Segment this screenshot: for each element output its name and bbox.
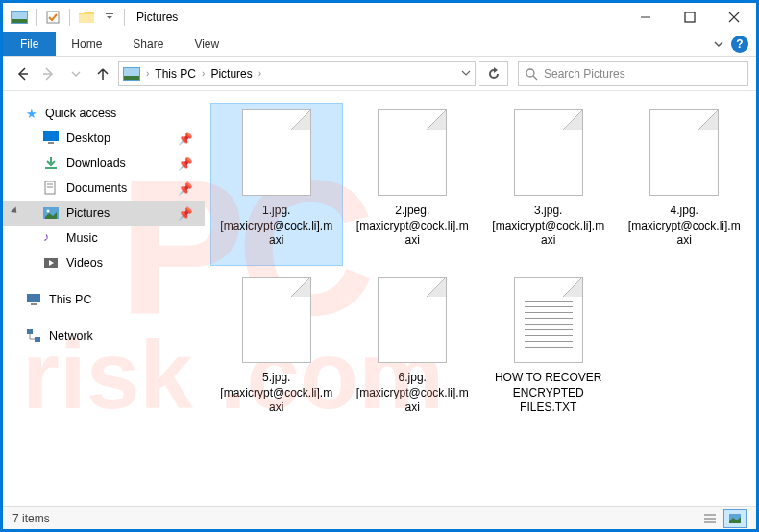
status-count: 7 items <box>12 512 50 525</box>
search-placeholder: Search Pictures <box>544 67 625 81</box>
sidebar-item-label: Videos <box>66 256 103 270</box>
svg-rect-2 <box>12 19 27 23</box>
address-bar[interactable]: › This PC › Pictures › <box>118 61 476 86</box>
refresh-button[interactable] <box>479 61 508 86</box>
file-label: 2.jpeg.[maxicrypt@cock.li].maxi <box>355 204 470 249</box>
sidebar-label: This PC <box>49 293 91 306</box>
sidebar-this-pc[interactable]: This PC <box>3 287 205 312</box>
network-icon <box>26 328 41 344</box>
file-label: 4.jpg.[maxicrypt@cock.li].maxi <box>626 204 742 249</box>
file-item[interactable]: 1.jpg.[maxicrypt@cock.li].maxi <box>210 103 343 266</box>
search-icon <box>525 67 538 81</box>
file-item[interactable]: 6.jpg.[maxicrypt@cock.li].maxi <box>347 270 479 433</box>
view-thumbnails-button[interactable] <box>723 509 747 528</box>
tab-file[interactable]: File <box>3 32 56 56</box>
sidebar-item-music[interactable]: ♪Music <box>3 226 205 251</box>
music-icon: ♪ <box>43 230 59 246</box>
svg-rect-27 <box>27 329 33 334</box>
pin-icon: 📌 <box>178 132 193 146</box>
location-icon <box>123 67 140 81</box>
view-details-button[interactable] <box>698 509 722 528</box>
file-item[interactable]: 4.jpg.[maxicrypt@cock.li].maxi <box>619 103 751 266</box>
svg-rect-16 <box>43 131 59 141</box>
file-icon <box>649 109 719 196</box>
pictures-icon <box>43 206 59 221</box>
file-label: HOW TO RECOVER ENCRYPTED FILES.TXT <box>491 371 606 416</box>
tab-share[interactable]: Share <box>117 32 179 56</box>
svg-rect-12 <box>124 68 139 76</box>
star-icon: ★ <box>26 107 37 121</box>
nav-row: › This PC › Pictures › Search Pictures <box>3 57 756 91</box>
desktop-icon <box>43 131 59 146</box>
sidebar-item-label: Music <box>66 231 98 245</box>
file-icon <box>242 109 311 196</box>
pin-icon: 📌 <box>178 206 193 221</box>
file-label: 1.jpg.[maxicrypt@cock.li].maxi <box>219 204 334 249</box>
search-input[interactable]: Search Pictures <box>518 61 748 86</box>
file-icon <box>514 109 583 196</box>
address-dropdown-icon[interactable] <box>461 68 471 80</box>
sidebar: ★ Quick access Desktop 📌 Downloads 📌 Doc… <box>3 91 205 506</box>
pc-icon <box>26 292 41 307</box>
titlebar: Pictures <box>3 3 756 32</box>
svg-rect-26 <box>31 303 37 305</box>
breadcrumb-pictures[interactable]: Pictures <box>210 67 252 81</box>
svg-rect-6 <box>685 12 695 22</box>
file-icon <box>378 109 447 196</box>
maximize-button[interactable] <box>668 3 712 32</box>
videos-icon <box>43 255 59 271</box>
svg-rect-28 <box>35 337 40 342</box>
sidebar-label: Quick access <box>45 107 116 120</box>
chevron-right-icon[interactable]: › <box>146 68 149 79</box>
svg-rect-4 <box>106 13 113 14</box>
help-icon[interactable]: ? <box>731 36 748 53</box>
ribbon-expand-icon[interactable] <box>714 39 723 49</box>
svg-point-23 <box>47 210 50 213</box>
breadcrumb-this-pc[interactable]: This PC <box>155 67 196 81</box>
svg-rect-13 <box>124 76 139 80</box>
sidebar-network[interactable]: Network <box>3 324 205 349</box>
back-button[interactable] <box>11 62 34 85</box>
sidebar-item-desktop[interactable]: Desktop 📌 <box>3 126 205 151</box>
qat-folder-icon[interactable] <box>76 7 97 28</box>
recent-dropdown-icon[interactable] <box>64 62 87 85</box>
pin-icon: 📌 <box>178 181 193 196</box>
window-title: Pictures <box>136 11 178 24</box>
svg-rect-17 <box>48 142 54 144</box>
tab-view[interactable]: View <box>179 32 234 56</box>
text-file-icon <box>514 277 583 363</box>
documents-icon <box>43 181 59 196</box>
forward-button[interactable] <box>37 62 61 85</box>
up-button[interactable] <box>91 62 114 85</box>
sidebar-item-label: Downloads <box>66 157 126 170</box>
minimize-button[interactable] <box>624 3 668 32</box>
file-grid: 1.jpg.[maxicrypt@cock.li].maxi 2.jpeg.[m… <box>205 91 756 506</box>
sidebar-item-downloads[interactable]: Downloads 📌 <box>3 151 205 176</box>
chevron-right-icon[interactable]: › <box>202 68 205 79</box>
chevron-right-icon[interactable]: › <box>258 68 261 79</box>
sidebar-item-videos[interactable]: Videos <box>3 251 205 276</box>
sidebar-item-pictures[interactable]: Pictures 📌 <box>3 201 205 226</box>
svg-rect-1 <box>12 12 27 19</box>
close-button[interactable] <box>712 3 756 32</box>
tab-home[interactable]: Home <box>56 32 117 56</box>
qat-dropdown-icon[interactable] <box>99 7 120 28</box>
sidebar-item-label: Pictures <box>66 206 110 220</box>
file-item[interactable]: 3.jpg.[maxicrypt@cock.li].maxi <box>482 103 615 266</box>
downloads-icon <box>43 156 59 171</box>
pin-icon: 📌 <box>178 157 193 171</box>
sidebar-quick-access[interactable]: ★ Quick access <box>3 101 205 126</box>
file-item[interactable]: HOW TO RECOVER ENCRYPTED FILES.TXT <box>482 270 615 433</box>
file-label: 3.jpg.[maxicrypt@cock.li].maxi <box>491 204 606 249</box>
qat-properties-icon[interactable] <box>42 7 63 28</box>
sidebar-item-documents[interactable]: Documents 📌 <box>3 176 205 201</box>
svg-rect-25 <box>27 294 40 302</box>
file-item[interactable]: 2.jpeg.[maxicrypt@cock.li].maxi <box>347 103 479 266</box>
ribbon-tabs: File Home Share View ? <box>3 32 756 57</box>
file-item[interactable]: 5.jpg.[maxicrypt@cock.li].maxi <box>210 270 343 433</box>
sidebar-item-label: Documents <box>66 181 127 195</box>
svg-point-14 <box>526 69 534 77</box>
file-label: 5.jpg.[maxicrypt@cock.li].maxi <box>219 371 334 416</box>
file-icon <box>378 277 447 363</box>
svg-rect-3 <box>47 12 59 23</box>
